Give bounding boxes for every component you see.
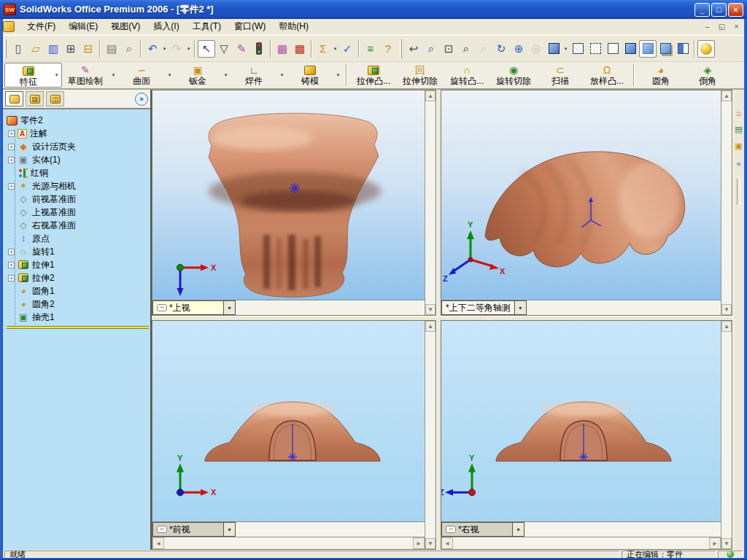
panel-expand-button[interactable]: »: [135, 93, 148, 106]
close-button[interactable]: ×: [728, 3, 743, 17]
tree-item-shell1[interactable]: ▣ 抽壳1: [7, 311, 149, 324]
rebuild-icon[interactable]: [250, 40, 268, 58]
tree-item-front-plane[interactable]: ◇ 前视基准面: [7, 192, 149, 206]
make-drawing-icon[interactable]: ⊞: [62, 40, 80, 58]
tab-surfaces[interactable]: ∽曲面 ▾: [118, 63, 174, 88]
measure-dropdown[interactable]: ▾: [332, 40, 338, 58]
viewport-top[interactable]: X Z ∞ *上视 ▼ ▲ ▼: [152, 90, 436, 316]
view-selector-front[interactable]: ∞ *前视: [152, 522, 224, 537]
scroll-down-button[interactable]: ▼: [425, 538, 436, 549]
scroll-left-button[interactable]: ◄: [441, 537, 453, 549]
tree-item-revolve1[interactable]: + ∩ 旋转1: [7, 245, 149, 258]
view-selector-top[interactable]: ∞ *上视: [152, 300, 224, 315]
expander[interactable]: +: [8, 249, 15, 255]
scroll-up-button[interactable]: ▲: [721, 90, 732, 101]
vertical-scrollbar[interactable]: ▲ ▼: [425, 90, 436, 315]
tree-item-extrude1[interactable]: + 拉伸1: [7, 258, 149, 271]
selection-filter-icon[interactable]: ▽: [215, 40, 233, 58]
viewport-isometric[interactable]: Y X Z *上下二等角轴测 ▼: [441, 90, 732, 316]
minimize-button[interactable]: _: [694, 3, 710, 17]
view-selector-dropdown[interactable]: ▼: [224, 300, 236, 315]
toolbar-grip[interactable]: [4, 39, 7, 58]
tree-item-top-plane[interactable]: ◇ 上视基准面: [7, 206, 149, 219]
tab-weldments[interactable]: ∟焊件 ▾: [231, 63, 287, 88]
horizontal-scrollbar[interactable]: ◄ ►: [441, 537, 721, 549]
tree-item-design-binder[interactable]: + ◆ 设计活页夹: [7, 140, 149, 153]
view-selector-dropdown[interactable]: ▼: [513, 522, 525, 537]
tree-root[interactable]: 零件2: [7, 114, 149, 127]
chamfer-button[interactable]: ◈倒角: [684, 63, 731, 88]
tree-item-origin[interactable]: ↕ 原点: [7, 232, 149, 245]
hidden-lines-visible-icon[interactable]: [587, 40, 604, 58]
scroll-up-button[interactable]: ▲: [425, 321, 436, 332]
zoom-to-fit-icon[interactable]: ⌕: [422, 40, 440, 58]
sweep-button[interactable]: ⊂扫描: [537, 63, 584, 88]
vertical-scrollbar[interactable]: ▲ ▼: [721, 90, 732, 315]
view-orientation-dropdown[interactable]: ▾: [562, 40, 569, 58]
tab-sketch-dropdown[interactable]: ▾: [109, 63, 118, 88]
file-explorer-icon[interactable]: ▣: [733, 141, 744, 152]
shaded-with-edges-icon[interactable]: [622, 40, 639, 58]
menu-help[interactable]: 帮助(H): [272, 19, 315, 34]
menu-insert[interactable]: 插入(I): [147, 19, 185, 34]
tree-item-annotations[interactable]: + A 注解: [7, 127, 149, 140]
tab-molds[interactable]: 铸模 ▾: [287, 63, 343, 88]
menu-view[interactable]: 视图(V): [104, 19, 147, 34]
document-icon[interactable]: [3, 21, 15, 32]
menu-file[interactable]: 文件(F): [20, 19, 62, 34]
view-orientation-icon[interactable]: [545, 40, 562, 58]
make-assembly-icon[interactable]: ⊟: [80, 40, 97, 58]
expander[interactable]: +: [8, 275, 15, 281]
expander[interactable]: +: [8, 157, 15, 163]
rollback-bar[interactable]: [7, 326, 149, 329]
zoom-in-out-icon[interactable]: ⌕: [457, 40, 475, 58]
task-pane-collapse-button[interactable]: «: [733, 158, 744, 168]
tree-item-right-plane[interactable]: ◇ 右视基准面: [7, 219, 149, 232]
expander[interactable]: +: [8, 183, 15, 190]
realview-icon[interactable]: [697, 40, 715, 58]
viewport-isometric-canvas[interactable]: Y X Z: [441, 90, 721, 300]
scroll-right-button[interactable]: ►: [413, 537, 425, 549]
undo-dropdown[interactable]: ▾: [161, 40, 168, 58]
menu-tools[interactable]: 工具(T): [186, 19, 228, 34]
view-selector-isometric[interactable]: *上下二等角轴测: [441, 300, 515, 315]
tab-sketch[interactable]: ✎草图绘制 ▾: [62, 63, 118, 88]
vertical-scrollbar[interactable]: ▲ ▼: [425, 321, 436, 549]
horizontal-scrollbar[interactable]: ◄ ►: [152, 537, 425, 549]
toolbar-grip[interactable]: [400, 39, 402, 58]
wireframe-icon[interactable]: [569, 40, 587, 58]
print-preview-icon[interactable]: ⌕: [120, 40, 138, 58]
tab-configurationmanager[interactable]: ◫: [46, 91, 64, 106]
horizontal-scrollbar[interactable]: [236, 300, 425, 315]
expander[interactable]: +: [8, 144, 15, 150]
tree-item-material-copper[interactable]: 红铜: [7, 166, 149, 179]
fillet-button[interactable]: ◕圆角: [638, 63, 684, 88]
options-icon[interactable]: ≡: [362, 40, 379, 58]
open-icon[interactable]: ▱: [27, 40, 44, 58]
new-icon[interactable]: ▯: [9, 40, 27, 58]
revolved-cut-button[interactable]: ◉旋转切除: [490, 63, 537, 88]
select-icon[interactable]: ↖: [198, 40, 215, 58]
view-selector-right[interactable]: ∞ *右视: [441, 522, 513, 537]
hidden-lines-removed-icon[interactable]: [604, 40, 622, 58]
extruded-cut-button[interactable]: 回拉伸切除: [397, 63, 444, 88]
mdi-restore-button[interactable]: ◱: [716, 21, 728, 32]
texture-icon[interactable]: ▩: [291, 40, 309, 58]
tab-features-dropdown[interactable]: ▾: [52, 63, 61, 87]
undo-icon[interactable]: ↶: [144, 40, 161, 58]
mdi-close-button[interactable]: ×: [730, 21, 743, 32]
tab-surfaces-dropdown[interactable]: ▾: [165, 63, 174, 88]
vertical-scrollbar[interactable]: ▲ ▼: [721, 321, 732, 549]
scroll-up-button[interactable]: ▲: [425, 90, 436, 101]
edit-color-icon[interactable]: ▦: [274, 40, 291, 58]
print-icon[interactable]: ▤: [103, 40, 120, 58]
view-selector-dropdown[interactable]: ▼: [224, 522, 236, 537]
menu-window[interactable]: 窗口(W): [228, 19, 272, 34]
expander[interactable]: +: [8, 131, 15, 137]
tab-featuremanager[interactable]: [5, 91, 23, 106]
solidworks-resources-icon[interactable]: ⌂: [733, 107, 744, 118]
viewport-front-canvas[interactable]: Y X: [152, 321, 425, 521]
scroll-down-button[interactable]: ▼: [721, 538, 732, 549]
tab-weldments-dropdown[interactable]: ▾: [277, 63, 287, 88]
revolved-boss-button[interactable]: ∩旋转凸...: [444, 63, 490, 88]
